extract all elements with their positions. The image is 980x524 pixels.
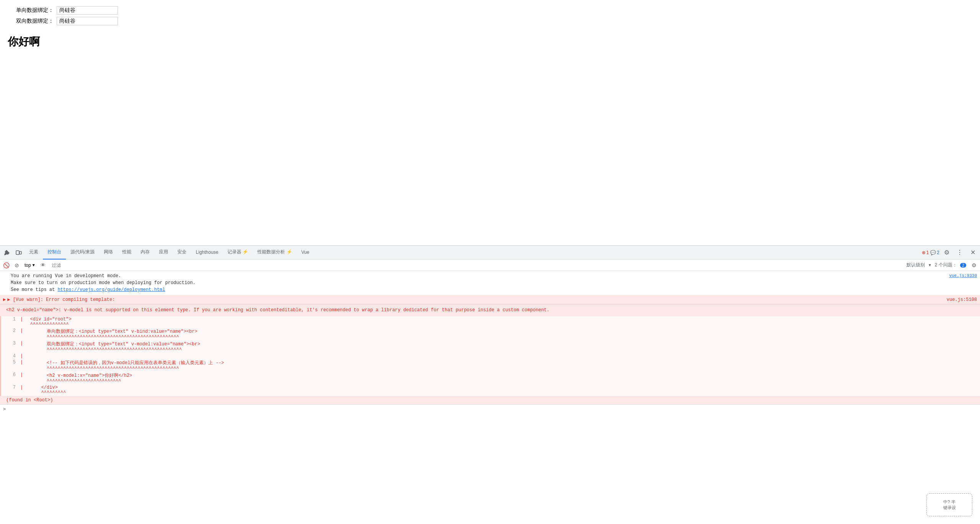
log-level-chevron: ▼ [928,263,932,267]
error-source[interactable]: vue.js:5108 [947,297,977,302]
two-way-binding-row: 双向数据绑定： [8,17,972,25]
vue-dev-mode-text: You are running Vue in development mode.… [11,273,949,293]
log-level-label: 默认级别 [906,262,925,268]
context-value: top [25,263,31,268]
console-output: You are running Vue in development mode.… [0,271,980,524]
device-toolbar-icon[interactable] [13,247,24,258]
devtools-tabs-bar: 元素 控制台 源代码/来源 网络 性能 内存 应用 安全 Lighthouse … [0,246,980,260]
console-prompt: > [3,406,6,412]
tab-elements[interactable]: 元素 [25,246,43,260]
sticker-watermark: 中? 半键录设 [926,493,972,516]
devtools-more-icon[interactable]: ⋮ [954,247,965,258]
clear-console-icon[interactable]: 🚫 [2,261,11,270]
error-count-badge: ⊗ 1 [922,250,929,255]
chevron-down-icon: ▼ [32,263,36,267]
tab-lighthouse[interactable]: Lighthouse [191,246,223,260]
devtools-panel: 元素 控制台 源代码/来源 网络 性能 内存 应用 安全 Lighthouse … [0,245,980,524]
tab-memory[interactable]: 内存 [136,246,154,260]
code-lines-block: 1 | <div id="root"> ^^^^^^^^^^^^^^ 2 | 单… [0,316,980,396]
vue-dev-source[interactable]: vue.js:9330 [949,273,977,279]
warning-count-badge: 💬 2 [930,250,939,255]
tab-recorder[interactable]: 记录器 ⚡ [223,246,253,260]
tab-console[interactable]: 控制台 [43,246,66,260]
devtools-settings-icon[interactable]: ⚙ [941,247,952,258]
one-way-binding-input[interactable] [57,6,118,15]
issues-count-badge[interactable]: 2 [960,263,966,268]
main-content: 单向数据绑定： 双向数据绑定： 你好啊 [0,0,980,245]
tab-network[interactable]: 网络 [99,246,118,260]
code-line-2: 2 | 单向数据绑定：<input type="text" v-bind:val… [1,328,980,340]
filter-input[interactable] [49,262,905,269]
code-line-1: 1 | <div id="root"> ^^^^^^^^^^^^^^ [1,316,980,328]
tab-performance[interactable]: 性能 [118,246,136,260]
context-selector[interactable]: top ▼ [23,262,37,269]
code-line-3: 3 | 双向数据绑定：<input type="text" v-model:va… [1,340,980,353]
tab-perf-insights[interactable]: 性能数据分析 ⚡ [253,246,296,260]
two-way-binding-input[interactable] [57,17,118,25]
deployment-link[interactable]: https://vuejs.org/guide/deployment.html [57,287,165,292]
filter-icon[interactable]: ⊘ [12,261,21,270]
error-icon: ⊗ [922,250,926,255]
console-input-field[interactable] [9,406,977,412]
toolbar-right: 默认级别 ▼ 2 个问题： 2 ⚙ [906,261,978,270]
issues-label: 2 个问题： [935,262,957,268]
two-way-binding-label: 双向数据绑定： [8,18,54,25]
error-header: ▶ ▶ [Vue warn]: Error compiling template… [0,295,980,304]
console-toolbar: 🚫 ⊘ top ▼ 👁 默认级别 ▼ 2 个问题： 2 ⚙ [0,260,980,271]
tab-application[interactable]: 应用 [154,246,173,260]
code-line-5: 5 | <!-- 如下代码是错误的，因为v-model只能应用在表单类元素（输入… [1,359,980,372]
devtools-close-icon[interactable]: ✕ [967,247,978,258]
greeting-text: 你好啊 [8,34,972,49]
error-detail-message: <h2 v-model="name">: v-model is not supp… [0,304,980,316]
svg-rect-0 [16,251,19,255]
eye-icon[interactable]: 👁 [39,261,48,270]
tab-vue[interactable]: Vue [297,246,314,260]
error-header-text: ▶ [Vue warn]: Error compiling template: [7,297,115,302]
one-way-binding-row: 单向数据绑定： [8,6,972,15]
vue-dev-mode-message: You are running Vue in development mode.… [0,271,980,295]
error-count: 1 [926,250,929,255]
code-line-6: 6 | <h2 v-model:x="name">你好啊</h2> ^^^^^^… [1,372,980,384]
one-way-binding-label: 单向数据绑定： [8,7,54,14]
svg-rect-1 [20,251,21,254]
console-settings-icon[interactable]: ⚙ [969,261,978,270]
warning-icon: 💬 [930,250,936,255]
found-in-text: (found in <Root>) [0,396,980,404]
error-collapse-icon[interactable]: ▶ [3,297,6,302]
vue-warn-error-block: ▶ ▶ [Vue warn]: Error compiling template… [0,295,980,404]
tab-sources[interactable]: 源代码/来源 [66,246,99,260]
code-line-7: 7 | </div> ^^^^^^^^^ [1,384,980,396]
tab-security[interactable]: 安全 [173,246,191,260]
inspect-element-icon[interactable] [2,247,13,258]
tabs-right-actions: ⊗ 1 💬 2 ⚙ ⋮ ✕ [922,247,978,258]
warning-count: 2 [937,250,939,255]
console-input-line: > [0,404,980,413]
code-line-4: 4 | [1,353,980,359]
